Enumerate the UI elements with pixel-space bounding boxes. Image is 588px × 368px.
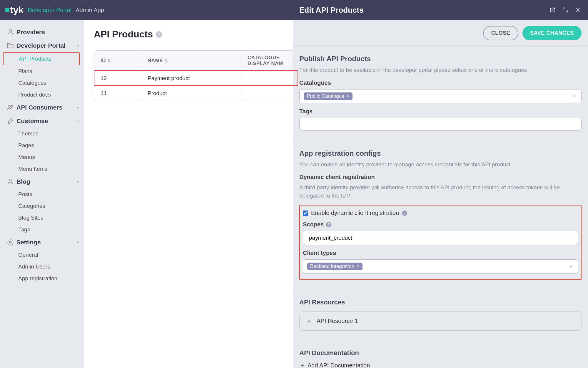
remove-chip-icon[interactable]: ×: [347, 93, 350, 99]
sidebar-item-app-registration[interactable]: App registration: [3, 273, 84, 284]
chip-label: Backend integration: [310, 263, 354, 269]
sidebar-label: Developer Portal: [16, 42, 66, 49]
sidebar-item-product-docs[interactable]: Product docs: [3, 89, 84, 101]
dcr-desc: A third party identity provider will aut…: [299, 183, 582, 200]
svg-point-3: [9, 179, 11, 181]
sidebar-sub-label: Blog Sites: [18, 215, 44, 221]
table-row[interactable]: 11 Product: [94, 86, 298, 101]
section-title: Publish API Products: [299, 55, 582, 63]
th-label: ID: [101, 58, 106, 64]
catalogues-select[interactable]: Public Catalogue ×: [299, 89, 582, 103]
client-types-label: Client types: [303, 250, 578, 256]
add-doc-label: Add API Documentation: [308, 362, 370, 368]
sidebar-item-api-products[interactable]: API Products: [3, 52, 80, 65]
page-title: API Products: [94, 29, 153, 40]
sidebar-item-themes[interactable]: Themes: [3, 128, 84, 140]
close-button[interactable]: CLOSE: [483, 26, 519, 40]
client-type-chip: Backend integration ×: [307, 263, 363, 270]
users-icon: [6, 104, 14, 111]
section-api-documentation: API Documentation ＋ Add API Documentatio…: [293, 341, 588, 368]
brand-mark: tyk: [5, 5, 24, 16]
enable-dcr-row: Enable dynamic client registration ?: [303, 210, 578, 216]
cell-name: Payment product: [141, 71, 241, 86]
brand-logo: tyk Developer Portal: [5, 5, 71, 16]
enable-dcr-checkbox[interactable]: [303, 210, 308, 216]
blog-icon: [6, 178, 14, 185]
sidebar-item-providers[interactable]: Providers: [3, 25, 84, 39]
th-name[interactable]: NAME⇅: [141, 51, 241, 71]
sidebar-item-plans[interactable]: Plans: [3, 65, 84, 77]
cell-catalogue: [241, 86, 298, 101]
help-icon[interactable]: ?: [402, 210, 407, 216]
drawer-header-actions: [549, 7, 582, 13]
th-catalogue[interactable]: CATALOGUE DISPLAY NAM: [241, 51, 298, 71]
edit-drawer: Edit API Products CLOSE SAVE CHANGES Pub…: [293, 0, 588, 368]
chevron-up-icon: [76, 105, 80, 110]
sidebar-item-blog-sites[interactable]: Blog Sites: [3, 212, 84, 224]
sidebar-item-general[interactable]: General: [3, 249, 84, 261]
section-publish: Publish API Products For this product to…: [293, 47, 588, 141]
brand-sub: Developer Portal: [28, 7, 71, 14]
sidebar-sub-label: Categories: [18, 203, 45, 209]
scopes-input[interactable]: [303, 231, 578, 245]
table-row[interactable]: 12 Payment product: [94, 71, 298, 86]
drawer-header: Edit API Products: [293, 0, 588, 20]
sidebar-sub-label: Tags: [18, 226, 30, 233]
section-desc: For this product to be available in the …: [299, 66, 582, 74]
client-types-select[interactable]: Backend integration ×: [303, 259, 578, 273]
sidebar-item-developer-portal[interactable]: Developer Portal: [3, 39, 84, 52]
chevron-down-icon: [572, 94, 577, 99]
sort-icon: ⇅: [165, 59, 168, 63]
cell-id: 11: [94, 86, 141, 101]
add-api-documentation-link[interactable]: ＋ Add API Documentation: [299, 362, 582, 368]
sidebar-item-tags[interactable]: Tags: [3, 224, 84, 236]
close-icon[interactable]: [575, 7, 582, 13]
admin-app-label: Admin App: [76, 7, 104, 14]
drawer-title: Edit API Products: [299, 6, 364, 15]
help-icon[interactable]: ?: [156, 31, 162, 38]
folder-icon: [6, 42, 14, 49]
chevron-down-icon: [76, 43, 80, 48]
th-label: NAME: [148, 58, 163, 64]
brush-icon: [6, 117, 14, 125]
remove-chip-icon[interactable]: ×: [357, 263, 360, 269]
svg-point-0: [9, 29, 12, 32]
scopes-label-row: Scopes ?: [303, 221, 578, 228]
chevron-down-icon: [76, 240, 80, 245]
scopes-label: Scopes: [303, 221, 324, 228]
sidebar-item-pages[interactable]: Pages: [3, 140, 84, 151]
tags-input[interactable]: [299, 118, 582, 131]
sidebar-item-categories[interactable]: Categories: [3, 200, 84, 212]
sidebar-item-api-consumers[interactable]: API Consumers: [3, 101, 84, 114]
sidebar-label: Customise: [16, 117, 48, 125]
sidebar-item-posts[interactable]: Posts: [3, 188, 84, 200]
sidebar: Providers Developer Portal API Products …: [0, 20, 84, 368]
sidebar-item-customise[interactable]: Customise: [3, 114, 84, 128]
dcr-label: Dynamic client registration: [299, 174, 582, 180]
sidebar-item-menu-items[interactable]: Menu Items: [3, 163, 84, 175]
drawer-body[interactable]: Publish API Products For this product to…: [293, 47, 588, 368]
sidebar-item-settings[interactable]: Settings: [3, 236, 84, 249]
help-icon[interactable]: ?: [326, 222, 331, 227]
sidebar-sub-label: Menus: [18, 154, 35, 160]
sidebar-item-blog[interactable]: Blog: [3, 175, 84, 188]
api-resource-item[interactable]: API Resource 1: [299, 311, 582, 331]
sidebar-item-menus[interactable]: Menus: [3, 151, 84, 163]
external-link-icon[interactable]: [549, 7, 556, 13]
section-api-resources: API Resources API Resource 1: [293, 290, 588, 341]
svg-point-1: [8, 105, 11, 107]
api-resource-label: API Resource 1: [317, 318, 358, 324]
sidebar-item-admin-users[interactable]: Admin Users: [3, 261, 84, 273]
sidebar-item-catalogues[interactable]: Catalogues: [3, 77, 84, 89]
sidebar-sub-label: Posts: [18, 191, 32, 197]
sidebar-sub-label: API Products: [19, 56, 51, 62]
sidebar-sub-label: Admin Users: [18, 263, 50, 270]
th-id[interactable]: ID⇅: [94, 51, 141, 71]
section-title: App registration configs: [299, 149, 582, 158]
save-changes-button[interactable]: SAVE CHANGES: [522, 26, 582, 40]
expand-icon[interactable]: [562, 7, 569, 13]
sidebar-label: API Consumers: [16, 104, 62, 111]
tags-label: Tags: [299, 108, 582, 115]
cell-catalogue: [241, 71, 298, 86]
catalogues-label: Catalogues: [299, 79, 582, 86]
